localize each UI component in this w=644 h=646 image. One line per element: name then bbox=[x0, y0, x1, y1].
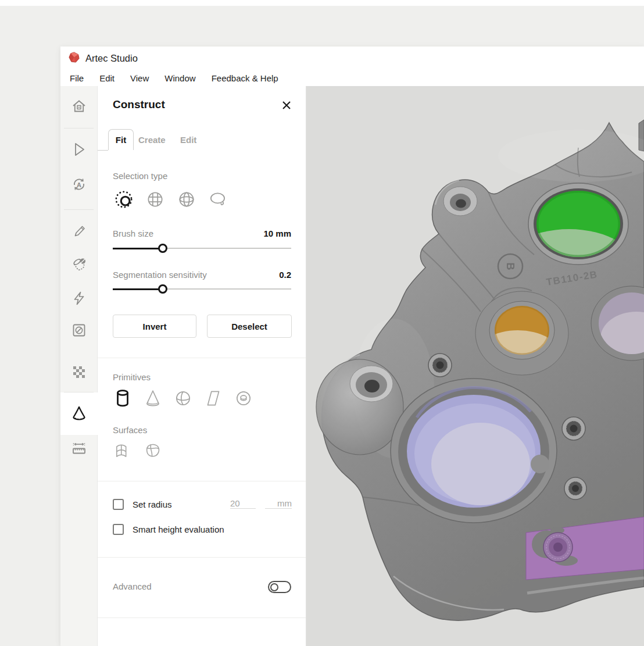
brush-selection-tool[interactable] bbox=[113, 188, 135, 210]
selection-tool-row bbox=[113, 188, 291, 210]
sidebar-item-construct[interactable] bbox=[60, 400, 98, 428]
primitive-cone[interactable] bbox=[143, 387, 163, 409]
menu-edit[interactable]: Edit bbox=[99, 73, 115, 83]
segmentation-value: 0.2 bbox=[279, 270, 291, 280]
flat-selection-tool[interactable] bbox=[144, 188, 166, 210]
invert-button[interactable]: Invert bbox=[113, 315, 196, 338]
slider-fill bbox=[113, 248, 163, 249]
brush-selection-icon bbox=[113, 188, 135, 210]
cylinder-icon bbox=[113, 387, 133, 409]
segmentation-label: Segmentation sensitivity bbox=[113, 270, 207, 280]
title-bar: Artec Studio bbox=[60, 47, 644, 70]
surface-freeform[interactable] bbox=[143, 441, 163, 461]
artec-studio-window: Artec Studio File Edit View Window Feedb… bbox=[60, 47, 644, 646]
sidebar-item-texture[interactable] bbox=[60, 358, 98, 386]
selection-type-label: Selection type bbox=[113, 171, 167, 181]
primitive-torus[interactable] bbox=[234, 387, 253, 409]
selection-lavender-seat[interactable] bbox=[391, 379, 557, 523]
slider-thumb[interactable] bbox=[158, 284, 167, 294]
slider-thumb[interactable] bbox=[158, 244, 167, 253]
hole-plain bbox=[443, 187, 477, 216]
app-title: Artec Studio bbox=[85, 53, 138, 64]
flat-selection-icon bbox=[144, 188, 166, 210]
pencil-icon bbox=[71, 223, 87, 240]
smart-height-checkbox[interactable] bbox=[113, 524, 124, 535]
panel-divider bbox=[98, 557, 306, 558]
brush-size-slider[interactable] bbox=[113, 243, 291, 254]
panel-divider bbox=[98, 481, 306, 481]
primitives-label: Primitives bbox=[113, 372, 151, 382]
menu-feedback-help[interactable]: Feedback & Help bbox=[212, 73, 278, 83]
sidebar-item-home[interactable] bbox=[60, 92, 98, 120]
segmentation-slider[interactable] bbox=[113, 284, 291, 294]
artec-logo-icon bbox=[69, 52, 80, 65]
sidebar: A bbox=[60, 86, 98, 646]
cone-icon bbox=[143, 387, 163, 409]
deselect-button[interactable]: Deselect bbox=[207, 315, 292, 338]
menu-window[interactable]: Window bbox=[164, 73, 195, 83]
menu-bar: File Edit View Window Feedback & Help bbox=[60, 70, 644, 86]
tab-fit[interactable]: Fit bbox=[108, 129, 134, 150]
sidebar-item-align[interactable] bbox=[60, 251, 98, 279]
panel-title: Construct bbox=[113, 98, 165, 111]
menu-view[interactable]: View bbox=[130, 73, 149, 83]
slider-fill bbox=[113, 288, 163, 290]
sidebar-divider bbox=[64, 209, 94, 210]
circle-slash-square-icon bbox=[71, 322, 87, 338]
panel-divider bbox=[98, 618, 306, 618]
advanced-toggle[interactable] bbox=[268, 581, 291, 593]
brush-size-label: Brush size bbox=[113, 229, 153, 238]
set-radius-checkbox[interactable] bbox=[113, 499, 124, 510]
sidebar-item-fast-fusion[interactable] bbox=[60, 284, 98, 312]
close-icon bbox=[281, 100, 292, 110]
sphere-selection-tool[interactable] bbox=[176, 188, 198, 210]
lasso-selection-icon bbox=[207, 188, 229, 210]
align-icon bbox=[70, 256, 88, 273]
radius-value-input[interactable]: 20 bbox=[230, 498, 256, 509]
primitives-row bbox=[113, 387, 291, 409]
radius-unit-select[interactable]: mm bbox=[265, 498, 292, 509]
tab-edit[interactable]: Edit bbox=[180, 129, 196, 150]
surfaces-label: Surfaces bbox=[113, 425, 147, 435]
surface-curved-plate[interactable] bbox=[113, 441, 133, 461]
brush-size-value: 10 mm bbox=[263, 229, 291, 238]
sidebar-item-autopilot[interactable]: A bbox=[60, 170, 98, 198]
tab-create[interactable]: Create bbox=[138, 129, 166, 150]
surfaces-row bbox=[113, 441, 291, 461]
viewport-3d[interactable]: B TB110-2B bbox=[306, 86, 644, 646]
menu-file[interactable]: File bbox=[70, 73, 84, 83]
curved-plate-icon bbox=[113, 441, 133, 461]
lightning-icon bbox=[71, 290, 87, 306]
checkerboard-icon bbox=[71, 365, 87, 380]
sidebar-item-defeature[interactable] bbox=[60, 316, 98, 344]
sidebar-item-editor[interactable] bbox=[60, 217, 98, 245]
set-radius-label: Set radius bbox=[133, 499, 172, 509]
primitive-cylinder[interactable] bbox=[113, 387, 133, 409]
stamp-letter: B bbox=[505, 263, 516, 270]
primitive-sphere[interactable] bbox=[173, 387, 193, 409]
desktop-top-strip bbox=[0, 0, 644, 6]
svg-text:A: A bbox=[77, 181, 81, 188]
sphere-selection-icon bbox=[176, 188, 198, 210]
sphere-icon bbox=[173, 387, 193, 409]
panel-divider bbox=[98, 358, 306, 358]
toggle-knob bbox=[270, 583, 278, 591]
window-content: A bbox=[60, 86, 644, 646]
sidebar-item-measure[interactable] bbox=[60, 435, 98, 463]
autopilot-icon: A bbox=[70, 176, 88, 193]
scanned-model-render: B TB110-2B bbox=[306, 86, 644, 646]
play-icon bbox=[70, 141, 88, 158]
construct-panel: Construct Fit Create Edit Selection type bbox=[98, 86, 306, 646]
ruler-icon bbox=[70, 440, 88, 458]
construct-cone-icon bbox=[70, 405, 88, 423]
advanced-label: Advanced bbox=[113, 581, 152, 591]
smart-height-label: Smart height evaluation bbox=[133, 524, 224, 534]
close-panel-button[interactable] bbox=[280, 99, 293, 112]
panel-tabs: Fit Create Edit bbox=[98, 129, 306, 151]
home-icon bbox=[71, 98, 87, 115]
sidebar-item-scan[interactable] bbox=[60, 135, 98, 163]
plane-icon bbox=[203, 387, 223, 409]
sidebar-divider bbox=[64, 128, 94, 129]
lasso-selection-tool[interactable] bbox=[207, 188, 229, 210]
primitive-plane[interactable] bbox=[203, 387, 223, 409]
